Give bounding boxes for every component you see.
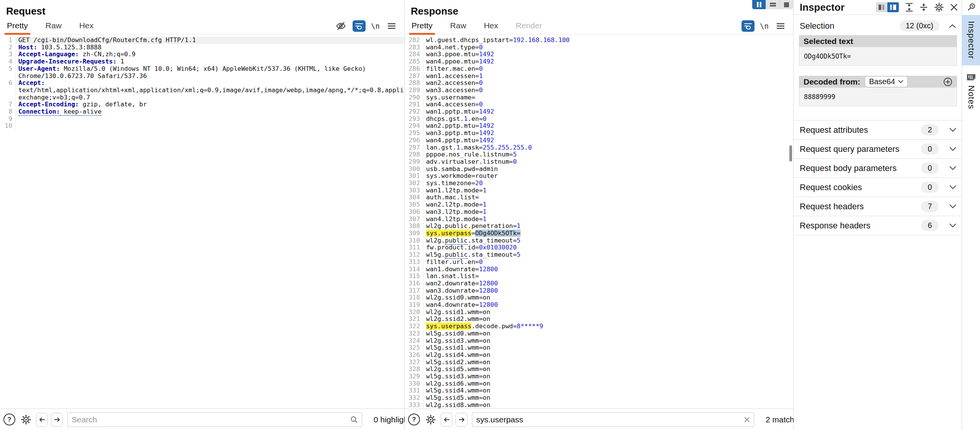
selected-text-value[interactable]: ODg4ODk5OTk= — [799, 47, 957, 66]
line-content[interactable]: wan2.pptp.mtu=1492 — [423, 122, 793, 130]
line-content[interactable]: wan1.downrate=12800 — [423, 266, 793, 273]
line-content[interactable]: wl2g.ssid8.wmm=on — [423, 402, 793, 408]
add-decoding-icon[interactable] — [943, 77, 952, 86]
pane-left-layout-icon[interactable] — [876, 2, 887, 12]
line-content[interactable]: wan3.l2tp.mode=1 — [423, 208, 793, 216]
line-content[interactable]: wl5g.ssid0.wmm=on — [423, 330, 793, 337]
chevron-down-icon[interactable] — [949, 166, 956, 170]
line-content[interactable]: sys.timezone=20 — [423, 180, 793, 187]
line-content[interactable]: filter.url.en=0 — [423, 259, 793, 266]
line-content[interactable]: lan.snat.list= — [423, 273, 793, 280]
search-help-icon[interactable]: ? — [3, 414, 15, 425]
line-content[interactable]: wan4.l2tp.mode=1 — [423, 216, 793, 223]
inspector-tab-icon[interactable] — [962, 0, 980, 12]
line-content[interactable]: wl2g.ssid2.wmm=on — [423, 316, 793, 323]
chevron-down-icon[interactable] — [949, 147, 956, 151]
search-help-icon[interactable]: ? — [408, 414, 420, 425]
inspector-section-request-headers[interactable]: Request headers7 — [794, 197, 962, 216]
search-prev-button[interactable] — [36, 413, 48, 427]
line-content[interactable]: Connection: keep-alive — [16, 108, 404, 116]
newline-icon[interactable]: \n — [371, 22, 380, 30]
search-next-button[interactable] — [456, 413, 467, 427]
line-content[interactable]: pppoe.nos_rule.listnum=5 — [423, 151, 793, 158]
inspector-settings-icon[interactable] — [934, 2, 944, 12]
columns-view-button[interactable] — [752, 0, 766, 9]
line-content[interactable]: wan2.l2tp.mode=1 — [423, 201, 793, 208]
line-content[interactable]: sys.workmode=router — [423, 173, 793, 180]
line-content[interactable]: wl2g.ssid4.wmm=on — [423, 352, 793, 359]
line-content[interactable]: Accept-Language: zh-CN,zh;q=0.9 — [16, 51, 404, 58]
newline-icon[interactable]: \n — [760, 22, 769, 30]
tab-raw[interactable]: Raw — [449, 21, 467, 34]
line-content[interactable]: wan1.pptp.mtu=1492 — [423, 108, 793, 116]
search-clear-icon[interactable] — [744, 417, 750, 423]
line-content[interactable]: wan3.pptp.mtu=1492 — [423, 130, 793, 137]
search-input[interactable] — [472, 415, 744, 424]
side-tab-inspector[interactable]: Inspector — [962, 15, 980, 65]
line-content[interactable]: GET /cgi-bin/DownloadCfg/RouterCfm.cfg H… — [16, 37, 404, 44]
search-settings-icon[interactable] — [425, 414, 436, 425]
rows-view-button[interactable] — [766, 0, 780, 9]
tab-hex[interactable]: Hex — [483, 21, 499, 34]
search-settings-icon[interactable] — [21, 414, 31, 425]
line-content[interactable]: wan3.ppoe.mtu=1492 — [423, 51, 793, 58]
line-content[interactable]: auth.mac.list= — [423, 194, 793, 201]
line-content[interactable]: wl5g.ssid5.wmm=on — [423, 394, 793, 402]
inspector-section-request-attributes[interactable]: Request attributes2 — [794, 120, 962, 139]
line-content[interactable]: wan4.net.type=0 — [423, 44, 793, 51]
line-content[interactable]: wl2g.ssid6.wmm=on — [423, 380, 793, 388]
line-content[interactable]: User-Agent: Mozilla/5.0 (Windows NT 10.0… — [16, 65, 404, 80]
line-content[interactable]: lan.gst.1.mask=255.255.255.0 — [423, 144, 793, 151]
chevron-up-icon[interactable] — [949, 24, 956, 28]
collapse-all-icon[interactable] — [920, 3, 928, 12]
chevron-down-icon[interactable] — [949, 128, 956, 132]
inspector-section-request-cookies[interactable]: Request cookies0 — [794, 178, 962, 197]
line-content[interactable]: wl2g.ssid5.wmm=on — [423, 366, 793, 373]
hide-nonprinting-eye-icon[interactable] — [334, 20, 347, 32]
decoded-value[interactable]: 88889999 — [799, 88, 957, 106]
editor-menu-icon[interactable] — [774, 20, 787, 32]
single-view-button[interactable] — [780, 0, 793, 9]
search-next-button[interactable] — [51, 413, 63, 427]
line-content[interactable]: Accept: text/html,application/xhtml+xml,… — [16, 80, 404, 101]
line-content[interactable]: wl5g.public.sta_timeout=5 — [423, 251, 793, 259]
chevron-down-icon[interactable] — [949, 204, 956, 208]
line-content[interactable]: wl5g.ssid1.wmm=on — [423, 344, 793, 352]
line-content[interactable]: filter.mac.en=0 — [423, 65, 793, 73]
response-scrollbar-thumb[interactable] — [789, 145, 792, 161]
line-content[interactable] — [16, 116, 404, 123]
line-content[interactable]: Accept-Encoding: gzip, deflate, br — [16, 101, 404, 108]
tab-raw[interactable]: Raw — [45, 21, 62, 34]
inspector-close-icon[interactable] — [950, 3, 958, 11]
line-content[interactable]: wl2g.ssid0.wmm=on — [423, 294, 793, 301]
line-content[interactable]: wan4.accessen=0 — [423, 101, 793, 108]
line-content[interactable]: wan3.downrate=12800 — [423, 287, 793, 295]
word-wrap-icon[interactable] — [742, 20, 755, 32]
selection-section-header[interactable]: Selection 12 (0xc) — [794, 15, 962, 35]
tab-pretty[interactable]: Pretty — [6, 21, 29, 34]
line-content[interactable]: wl2g.public.sta_timeout=5 — [423, 237, 793, 244]
line-content[interactable]: wan2.accessen=0 — [423, 80, 793, 87]
line-content[interactable]: sys.userpass.decode.pwd=8*****9 — [423, 323, 793, 330]
line-content[interactable]: wl2g.public.penetration=1 — [423, 223, 793, 230]
search-prev-button[interactable] — [441, 413, 452, 427]
inspector-section-response-headers[interactable]: Response headers6 — [794, 216, 962, 235]
editor-menu-icon[interactable] — [385, 20, 398, 32]
line-content[interactable]: wan1.l2tp.mode=1 — [423, 187, 793, 194]
line-content[interactable]: wan4.downrate=12800 — [423, 301, 793, 309]
line-content[interactable]: adv.virtualser.listnum=0 — [423, 158, 793, 166]
tab-hex[interactable]: Hex — [78, 21, 94, 34]
line-content[interactable]: wl2g.ssid3.wmm=on — [423, 337, 793, 345]
line-content[interactable]: wan4.pptp.mtu=1492 — [423, 137, 793, 144]
side-tab-notes[interactable]: Notes — [962, 72, 980, 109]
inspector-section-request-body-parameters[interactable]: Request body parameters0 — [794, 158, 962, 178]
line-content[interactable]: usb.samba.pwd=admin — [423, 166, 793, 173]
line-content[interactable]: dhcps.gst.1.en=0 — [423, 116, 793, 123]
line-content[interactable]: wl.guest.dhcps_ipstart=192.168.168.100 — [423, 37, 793, 44]
line-content[interactable]: fw.product.id=0x01030020 — [423, 244, 793, 251]
tab-pretty[interactable]: Pretty — [411, 21, 433, 34]
line-content[interactable]: wl5g.ssid3.wmm=on — [423, 373, 793, 380]
line-content[interactable]: wan1.accessen=1 — [423, 73, 793, 80]
word-wrap-icon[interactable] — [353, 20, 366, 32]
line-content[interactable]: sys.username= — [423, 94, 793, 101]
